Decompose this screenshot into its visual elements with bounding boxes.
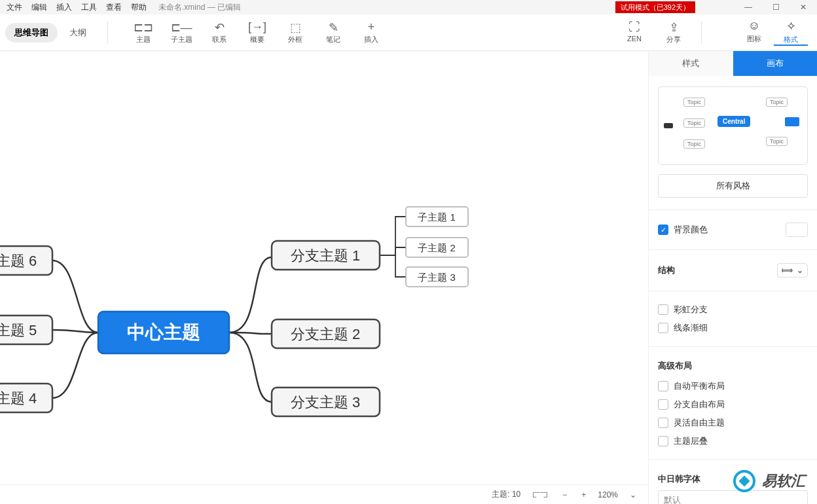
structure-label: 结构: [658, 264, 675, 276]
free-branch-label: 分支自由布局: [674, 399, 725, 410]
cjk-font-select[interactable]: 默认: [658, 490, 808, 504]
preview-subtopic-icon: [785, 117, 799, 126]
format-panel: 样式 画布 Topic Topic Topic Central Topic To…: [648, 51, 817, 504]
summary-button[interactable]: [→]概要: [239, 20, 276, 45]
topic-count: 10: [512, 490, 520, 499]
toolbar-separator: [107, 22, 108, 44]
tapered-label: 线条渐细: [674, 322, 708, 334]
insert-button[interactable]: +插入: [353, 20, 390, 45]
rainbow-checkbox[interactable]: [658, 304, 668, 315]
watermark-text: 易软汇: [762, 471, 805, 491]
subtopic-1[interactable]: 子主题 1: [418, 211, 456, 223]
zoom-in-button[interactable]: +: [579, 490, 589, 499]
advanced-layout-title: 高级布局: [658, 356, 808, 377]
toolbar: 思维导图 大纲 ⊏⊐主题 ⊏—子主题 ↶联系 [→]概要 ⬚外框 ✎笔记 +插入…: [0, 14, 817, 51]
subtopic-button[interactable]: ⊏—子主题: [163, 20, 200, 45]
share-button[interactable]: ⇪分享: [655, 20, 692, 45]
document-name: 未命名.xmind — 已编辑: [158, 2, 241, 13]
auto-balance-checkbox[interactable]: [658, 381, 668, 391]
menu-edit[interactable]: 编辑: [31, 2, 47, 13]
subtopic-2[interactable]: 子主题 2: [418, 242, 456, 253]
branch-1[interactable]: 分支主题 1: [291, 247, 360, 264]
boundary-icon: ⬚: [290, 20, 301, 33]
zoom-level[interactable]: 120%: [598, 490, 618, 499]
bgcolor-chip[interactable]: [786, 223, 808, 237]
branch-3[interactable]: 分支主题 3: [291, 394, 360, 410]
relation-button[interactable]: ↶联系: [201, 20, 238, 45]
menu-tools[interactable]: 工具: [81, 2, 97, 13]
overlap-label: 主题层叠: [674, 435, 708, 447]
view-outline-tab[interactable]: 大纲: [60, 23, 96, 43]
preview-root-icon: [664, 123, 673, 128]
free-topic-checkbox[interactable]: [658, 418, 668, 428]
bgcolor-label: 背景颜色: [674, 224, 708, 236]
menu-help[interactable]: 帮助: [131, 2, 147, 13]
note-icon: ✎: [329, 20, 338, 33]
share-icon: ⇪: [669, 20, 679, 33]
preview-topic: Topic: [683, 118, 705, 128]
preview-topic: Topic: [683, 139, 705, 149]
zoom-out-button[interactable]: −: [560, 490, 570, 499]
bgcolor-checkbox[interactable]: ✓: [658, 225, 668, 235]
brush-icon: ✧: [786, 19, 796, 33]
zoom-dropdown-button[interactable]: ⌄: [627, 490, 639, 499]
structure-icon: ⟾: [782, 266, 793, 275]
topic-button[interactable]: ⊏⊐主题: [125, 20, 162, 45]
menu-insert[interactable]: 插入: [56, 2, 72, 13]
topic-count-label: 主题:: [492, 490, 509, 499]
status-bar: 主题: 10 ⫍⫎ − + 120% ⌄: [0, 484, 648, 504]
theme-preview[interactable]: Topic Topic Topic Central Topic Topic: [658, 86, 808, 165]
subtopic-3[interactable]: 子主题 3: [418, 272, 456, 283]
free-topic-label: 灵活自由主题: [674, 417, 725, 429]
panel-tab-canvas[interactable]: 画布: [733, 51, 818, 76]
tapered-checkbox[interactable]: [658, 323, 668, 333]
branch-2[interactable]: 分支主题 2: [291, 326, 360, 342]
view-mindmap-tab[interactable]: 思维导图: [5, 23, 58, 43]
toolbar-separator: [701, 22, 702, 44]
free-branch-checkbox[interactable]: [658, 399, 668, 410]
window-minimize-button[interactable]: —: [735, 3, 762, 12]
preview-central: Central: [717, 116, 750, 127]
rainbow-label: 彩虹分支: [674, 304, 708, 315]
trial-badge[interactable]: 试用模式（已392天）: [615, 1, 695, 13]
summary-icon: [→]: [248, 20, 266, 33]
all-styles-button[interactable]: 所有风格: [658, 174, 808, 198]
subtopic-icon: ⊏—: [171, 20, 192, 33]
topic-6[interactable]: 主题 6: [0, 253, 37, 269]
auto-balance-label: 自动平衡布局: [674, 380, 725, 392]
topic-5[interactable]: 主题 5: [0, 322, 37, 338]
window-maximize-button[interactable]: ☐: [762, 3, 790, 12]
undo-icon: ↶: [215, 20, 225, 33]
insert-icon: +: [368, 20, 375, 33]
watermark-icon: [733, 470, 755, 492]
panel-tab-style[interactable]: 样式: [649, 51, 733, 76]
smile-icon: ☺: [748, 19, 760, 33]
center-topic[interactable]: 中心主题: [127, 322, 200, 342]
icons-panel-button[interactable]: ☺图标: [737, 19, 771, 46]
chevron-down-icon: ⌄: [797, 266, 803, 275]
minimap-button[interactable]: ⫍⫎: [530, 490, 551, 499]
menu-view[interactable]: 查看: [106, 2, 122, 13]
preview-topic: Topic: [766, 98, 788, 107]
boundary-button[interactable]: ⬚外框: [277, 20, 314, 45]
zen-icon: ⛶: [628, 20, 640, 33]
format-panel-button[interactable]: ✧格式: [774, 19, 808, 46]
menu-file[interactable]: 文件: [7, 2, 22, 13]
preview-topic: Topic: [683, 98, 705, 107]
overlap-checkbox[interactable]: [658, 436, 668, 446]
window-close-button[interactable]: ✕: [790, 3, 817, 12]
topic-icon: ⊏⊐: [134, 20, 153, 33]
zen-button[interactable]: ⛶ZEN: [616, 20, 653, 45]
preview-topic: Topic: [766, 137, 788, 146]
watermark: 易软汇: [733, 470, 805, 492]
canvas-area[interactable]: 中心主题 主题 6 主题 5 主题 4 分支主题 1 分支主题 2 分支主题 3…: [0, 51, 648, 484]
topic-4[interactable]: 主题 4: [0, 390, 37, 406]
note-button[interactable]: ✎笔记: [315, 20, 352, 45]
structure-select[interactable]: ⟾⌄: [777, 263, 808, 278]
titlebar: 文件 编辑 插入 工具 查看 帮助 未命名.xmind — 已编辑 试用模式（已…: [0, 0, 817, 14]
